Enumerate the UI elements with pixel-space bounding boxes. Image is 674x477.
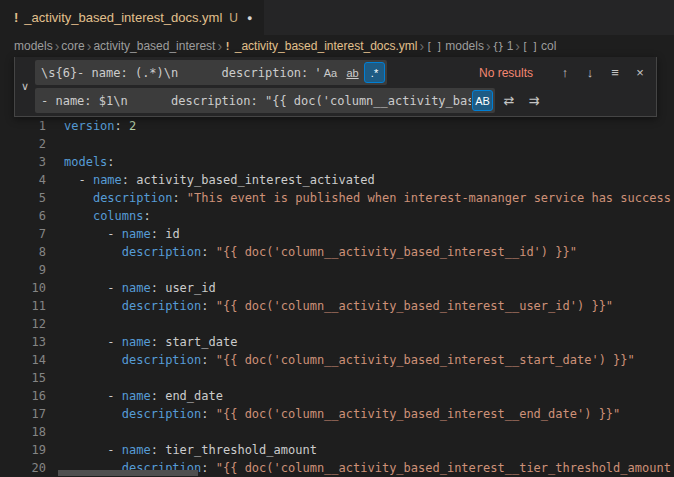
match-case-toggle[interactable]: Aa (320, 62, 341, 83)
editor-tab[interactable]: ! _activity_based_interest_docs.yml U ● (0, 0, 264, 35)
code-lines: 1version: 223models:4 - name: activity_b… (0, 117, 674, 477)
code-line[interactable]: 7 - name: id (0, 225, 674, 243)
code-line[interactable]: 13 - name: start_date (0, 333, 674, 351)
code-line[interactable]: 1version: 2 (0, 117, 674, 135)
breadcrumb-separator-icon: › (87, 38, 92, 54)
dirty-indicator-icon[interactable]: ● (247, 13, 252, 23)
line-number: 14 (0, 351, 46, 369)
tab-title: _activity_based_interest_docs.yml (24, 10, 222, 25)
code-line[interactable]: 8 description: "{{ doc('column__activity… (0, 243, 674, 261)
line-number: 12 (0, 315, 46, 333)
find-next-button[interactable]: ↓ (579, 62, 601, 84)
breadcrumb-item[interactable]: models (14, 39, 53, 53)
symbol-object-icon: {} (493, 41, 503, 52)
line-content: description: "{{ doc('column__activity_b… (64, 297, 613, 315)
line-content: - name: start_date (64, 333, 237, 351)
line-content: - name: user_id (64, 279, 216, 297)
breadcrumb-item[interactable]: !_activity_based_interest_docs.yml (224, 39, 417, 53)
code-line[interactable]: 11 description: "{{ doc('column__activit… (0, 297, 674, 315)
code-line[interactable]: 18 (0, 423, 674, 441)
line-number: 16 (0, 387, 46, 405)
code-line[interactable]: 2 (0, 135, 674, 153)
breadcrumb-label: 1 (507, 39, 514, 53)
replace-row: - name: $1\n description: "{{ doc('colum… (35, 88, 651, 113)
breadcrumb-item[interactable]: core (61, 39, 84, 53)
line-number: 8 (0, 243, 46, 261)
line-content: - name: id (64, 225, 180, 243)
breadcrumb-item[interactable]: activity_based_interest (93, 39, 215, 53)
line-number: 13 (0, 333, 46, 351)
find-previous-button[interactable]: ↑ (554, 62, 576, 84)
line-number: 1 (0, 117, 46, 135)
horizontal-scrollbar[interactable] (52, 469, 660, 477)
code-line[interactable]: 10 - name: user_id (0, 279, 674, 297)
breadcrumb-item[interactable]: [ ]models (426, 39, 484, 53)
whole-word-toggle[interactable]: ab (342, 62, 363, 83)
find-results-count: No results (479, 66, 533, 80)
line-content: models: (64, 153, 115, 171)
line-content: columns: (64, 207, 151, 225)
git-status-badge: U (229, 11, 238, 25)
line-number: 10 (0, 279, 46, 297)
warning-icon: ! (14, 10, 18, 25)
preserve-case-toggle[interactable]: AB (472, 90, 493, 111)
line-number: 18 (0, 423, 46, 441)
breadcrumb-item[interactable]: {}1 (493, 39, 514, 53)
line-number: 2 (0, 135, 46, 153)
code-line[interactable]: 5 description: "This event is published … (0, 189, 674, 207)
line-number: 15 (0, 369, 46, 387)
close-find-button[interactable]: × (629, 62, 651, 84)
breadcrumb-label: activity_based_interest (93, 39, 215, 53)
breadcrumb-label: core (61, 39, 84, 53)
code-line[interactable]: 19 - name: tier_threshold_amount (0, 441, 674, 459)
line-number: 3 (0, 153, 46, 171)
breadcrumb-label: col (541, 39, 556, 53)
tab-bar: ! _activity_based_interest_docs.yml U ● (0, 0, 674, 35)
find-in-selection-button[interactable]: ≡ (604, 62, 626, 84)
code-line[interactable]: 6 columns: (0, 207, 674, 225)
find-row: \s{6}- name: (.*)\n description: "" Aa a… (35, 60, 651, 85)
breadcrumb: models›core›activity_based_interest›!_ac… (0, 35, 674, 57)
line-content: description: "{{ doc('column__activity_b… (64, 405, 620, 423)
line-content: description: "{{ doc('column__activity_b… (64, 351, 635, 369)
line-number: 9 (0, 261, 46, 279)
regex-toggle[interactable]: .* (364, 62, 385, 83)
scrollbar-thumb[interactable] (58, 470, 198, 476)
replace-query-text: - name: $1\n description: "{{ doc('colum… (41, 94, 471, 108)
line-content: - name: tier_threshold_amount (64, 441, 317, 459)
line-content: - name: activity_based_interest_activate… (64, 171, 375, 189)
line-content: - name: end_date (64, 387, 223, 405)
code-line[interactable]: 12 (0, 315, 674, 333)
code-line[interactable]: 3models: (0, 153, 674, 171)
line-number: 17 (0, 405, 46, 423)
code-line[interactable]: 9 (0, 261, 674, 279)
replace-button[interactable]: ⇄ (498, 90, 520, 112)
breadcrumb-label: _activity_based_interest_docs.yml (235, 39, 418, 53)
line-number: 7 (0, 225, 46, 243)
breadcrumb-separator-icon: › (55, 38, 60, 54)
line-number: 11 (0, 297, 46, 315)
breadcrumb-label: models (14, 39, 53, 53)
line-content: description: "This event is published wh… (64, 189, 671, 207)
code-line[interactable]: 16 - name: end_date (0, 387, 674, 405)
breadcrumb-separator-icon: › (217, 38, 222, 54)
toggle-replace-chevron-icon[interactable]: ∨ (15, 60, 35, 113)
line-number: 4 (0, 171, 46, 189)
find-input[interactable]: \s{6}- name: (.*)\n description: "" Aa a… (35, 60, 387, 85)
vscode-window: ! _activity_based_interest_docs.yml U ● … (0, 0, 674, 477)
breadcrumb-separator-icon: › (486, 38, 491, 54)
code-line[interactable]: 4 - name: activity_based_interest_activa… (0, 171, 674, 189)
symbol-array-icon: [ ] (426, 41, 441, 52)
replace-input[interactable]: - name: $1\n description: "{{ doc('colum… (35, 88, 495, 113)
breadcrumb-item[interactable]: [ ]col (522, 39, 556, 53)
find-replace-widget: ∨ \s{6}- name: (.*)\n description: "" Aa… (14, 57, 657, 117)
code-line[interactable]: 17 description: "{{ doc('column__activit… (0, 405, 674, 423)
code-editor[interactable]: 1version: 223models:4 - name: activity_b… (0, 57, 674, 477)
code-line[interactable]: 14 description: "{{ doc('column__activit… (0, 351, 674, 369)
line-number: 5 (0, 189, 46, 207)
line-content: version: 2 (64, 117, 136, 135)
line-number: 20 (0, 459, 46, 477)
breadcrumb-separator-icon: › (515, 38, 520, 54)
code-line[interactable]: 15 (0, 369, 674, 387)
replace-all-button[interactable]: ⇉ (523, 90, 545, 112)
